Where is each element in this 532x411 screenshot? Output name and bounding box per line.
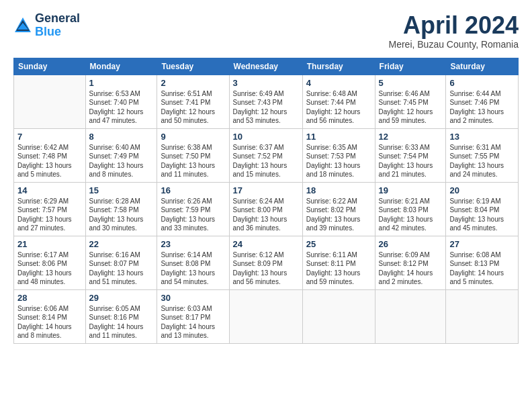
header-tuesday: Tuesday <box>157 58 229 75</box>
day-number: 15 <box>89 185 154 195</box>
day-number: 25 <box>306 239 371 249</box>
day-number: 4 <box>306 78 371 88</box>
logo-blue-text: Blue <box>35 26 80 39</box>
day-number: 1 <box>89 78 154 88</box>
day-info: Sunrise: 6:29 AMSunset: 7:57 PMDaylight:… <box>17 197 82 233</box>
calendar-cell: 29Sunrise: 6:05 AMSunset: 8:16 PMDayligh… <box>85 289 157 343</box>
day-number: 18 <box>306 185 371 195</box>
day-info: Sunrise: 6:12 AMSunset: 8:09 PMDaylight:… <box>233 250 299 287</box>
day-info: Sunrise: 6:06 AMSunset: 8:14 PMDaylight:… <box>17 304 82 340</box>
calendar-header-row: Sunday Monday Tuesday Wednesday Thursday… <box>14 58 519 75</box>
day-number: 29 <box>89 293 154 303</box>
day-info: Sunrise: 6:03 AMSunset: 8:17 PMDaylight:… <box>161 304 225 340</box>
day-info: Sunrise: 6:11 AMSunset: 8:11 PMDaylight:… <box>306 250 371 287</box>
calendar-cell: 24Sunrise: 6:12 AMSunset: 8:09 PMDayligh… <box>229 236 302 289</box>
subtitle: Merei, Buzau County, Romania <box>389 39 519 50</box>
calendar-cell: 22Sunrise: 6:16 AMSunset: 8:07 PMDayligh… <box>85 236 157 289</box>
page: General Blue April 2024 Merei, Buzau Cou… <box>0 0 532 351</box>
calendar-cell: 3Sunrise: 6:49 AMSunset: 7:43 PMDaylight… <box>229 75 302 128</box>
day-info: Sunrise: 6:26 AMSunset: 7:59 PMDaylight:… <box>161 197 225 233</box>
logo-general-text: General <box>35 12 80 26</box>
day-number: 16 <box>161 185 225 195</box>
calendar-cell: 4Sunrise: 6:48 AMSunset: 7:44 PMDaylight… <box>302 75 375 128</box>
day-number: 27 <box>449 239 515 249</box>
day-info: Sunrise: 6:08 AMSunset: 8:13 PMDaylight:… <box>449 250 515 287</box>
day-number: 20 <box>449 185 515 195</box>
calendar-cell: 12Sunrise: 6:33 AMSunset: 7:54 PMDayligh… <box>375 128 446 182</box>
day-info: Sunrise: 6:28 AMSunset: 7:58 PMDaylight:… <box>89 197 154 233</box>
day-info: Sunrise: 6:17 AMSunset: 8:06 PMDaylight:… <box>17 250 82 287</box>
calendar-week-4: 21Sunrise: 6:17 AMSunset: 8:06 PMDayligh… <box>14 236 519 289</box>
calendar-cell: 7Sunrise: 6:42 AMSunset: 7:48 PMDaylight… <box>14 128 86 182</box>
calendar-week-5: 28Sunrise: 6:06 AMSunset: 8:14 PMDayligh… <box>14 289 519 343</box>
day-number: 28 <box>17 293 82 303</box>
day-info: Sunrise: 6:09 AMSunset: 8:12 PMDaylight:… <box>379 250 443 287</box>
calendar-week-1: 1Sunrise: 6:53 AMSunset: 7:40 PMDaylight… <box>14 75 519 128</box>
day-number: 8 <box>89 132 154 142</box>
calendar-cell: 28Sunrise: 6:06 AMSunset: 8:14 PMDayligh… <box>14 289 86 343</box>
day-number: 13 <box>449 132 515 142</box>
header-wednesday: Wednesday <box>229 58 302 75</box>
day-number: 2 <box>161 78 225 88</box>
calendar-cell: 1Sunrise: 6:53 AMSunset: 7:40 PMDaylight… <box>85 75 157 128</box>
day-info: Sunrise: 6:46 AMSunset: 7:45 PMDaylight:… <box>379 89 443 126</box>
day-number: 5 <box>379 78 443 88</box>
day-number: 11 <box>306 132 371 142</box>
day-info: Sunrise: 6:42 AMSunset: 7:48 PMDaylight:… <box>17 143 82 179</box>
day-number: 14 <box>17 185 82 195</box>
calendar-cell: 20Sunrise: 6:19 AMSunset: 8:04 PMDayligh… <box>446 182 519 236</box>
calendar-cell: 25Sunrise: 6:11 AMSunset: 8:11 PMDayligh… <box>302 236 375 289</box>
logo-text: General Blue <box>35 12 80 39</box>
calendar-cell: 15Sunrise: 6:28 AMSunset: 7:58 PMDayligh… <box>85 182 157 236</box>
header: General Blue April 2024 Merei, Buzau Cou… <box>13 12 519 50</box>
calendar: Sunday Monday Tuesday Wednesday Thursday… <box>13 58 519 344</box>
day-number: 21 <box>17 239 82 249</box>
day-number: 30 <box>161 293 225 303</box>
logo: General Blue <box>13 12 80 39</box>
day-info: Sunrise: 6:51 AMSunset: 7:41 PMDaylight:… <box>161 89 225 126</box>
day-number: 9 <box>161 132 225 142</box>
day-info: Sunrise: 6:48 AMSunset: 7:44 PMDaylight:… <box>306 89 371 126</box>
calendar-cell: 17Sunrise: 6:24 AMSunset: 8:00 PMDayligh… <box>229 182 302 236</box>
logo-icon <box>13 16 32 35</box>
day-info: Sunrise: 6:40 AMSunset: 7:49 PMDaylight:… <box>89 143 154 179</box>
calendar-cell: 23Sunrise: 6:14 AMSunset: 8:08 PMDayligh… <box>157 236 229 289</box>
calendar-cell: 8Sunrise: 6:40 AMSunset: 7:49 PMDaylight… <box>85 128 157 182</box>
day-number: 7 <box>17 132 82 142</box>
calendar-cell <box>446 289 519 343</box>
day-info: Sunrise: 6:22 AMSunset: 8:02 PMDaylight:… <box>306 197 371 233</box>
calendar-cell: 5Sunrise: 6:46 AMSunset: 7:45 PMDaylight… <box>375 75 446 128</box>
day-number: 3 <box>233 78 299 88</box>
calendar-cell: 18Sunrise: 6:22 AMSunset: 8:02 PMDayligh… <box>302 182 375 236</box>
day-info: Sunrise: 6:37 AMSunset: 7:52 PMDaylight:… <box>233 143 299 179</box>
day-info: Sunrise: 6:14 AMSunset: 8:08 PMDaylight:… <box>161 250 225 287</box>
day-info: Sunrise: 6:31 AMSunset: 7:55 PMDaylight:… <box>449 143 515 179</box>
calendar-cell <box>14 75 86 128</box>
month-title: April 2024 <box>389 12 519 39</box>
day-number: 12 <box>379 132 443 142</box>
day-number: 10 <box>233 132 299 142</box>
calendar-cell: 27Sunrise: 6:08 AMSunset: 8:13 PMDayligh… <box>446 236 519 289</box>
calendar-cell: 21Sunrise: 6:17 AMSunset: 8:06 PMDayligh… <box>14 236 86 289</box>
day-info: Sunrise: 6:44 AMSunset: 7:46 PMDaylight:… <box>449 89 515 126</box>
day-number: 26 <box>379 239 443 249</box>
calendar-week-3: 14Sunrise: 6:29 AMSunset: 7:57 PMDayligh… <box>14 182 519 236</box>
day-info: Sunrise: 6:53 AMSunset: 7:40 PMDaylight:… <box>89 89 154 126</box>
calendar-cell <box>229 289 302 343</box>
day-info: Sunrise: 6:33 AMSunset: 7:54 PMDaylight:… <box>379 143 443 179</box>
calendar-cell: 19Sunrise: 6:21 AMSunset: 8:03 PMDayligh… <box>375 182 446 236</box>
calendar-cell <box>375 289 446 343</box>
calendar-week-2: 7Sunrise: 6:42 AMSunset: 7:48 PMDaylight… <box>14 128 519 182</box>
day-number: 22 <box>89 239 154 249</box>
day-info: Sunrise: 6:38 AMSunset: 7:50 PMDaylight:… <box>161 143 225 179</box>
day-info: Sunrise: 6:16 AMSunset: 8:07 PMDaylight:… <box>89 250 154 287</box>
calendar-cell: 14Sunrise: 6:29 AMSunset: 7:57 PMDayligh… <box>14 182 86 236</box>
calendar-cell: 10Sunrise: 6:37 AMSunset: 7:52 PMDayligh… <box>229 128 302 182</box>
calendar-cell: 26Sunrise: 6:09 AMSunset: 8:12 PMDayligh… <box>375 236 446 289</box>
day-number: 24 <box>233 239 299 249</box>
day-number: 6 <box>449 78 515 88</box>
header-saturday: Saturday <box>446 58 519 75</box>
day-info: Sunrise: 6:24 AMSunset: 8:00 PMDaylight:… <box>233 197 299 233</box>
day-info: Sunrise: 6:49 AMSunset: 7:43 PMDaylight:… <box>233 89 299 126</box>
calendar-cell <box>302 289 375 343</box>
